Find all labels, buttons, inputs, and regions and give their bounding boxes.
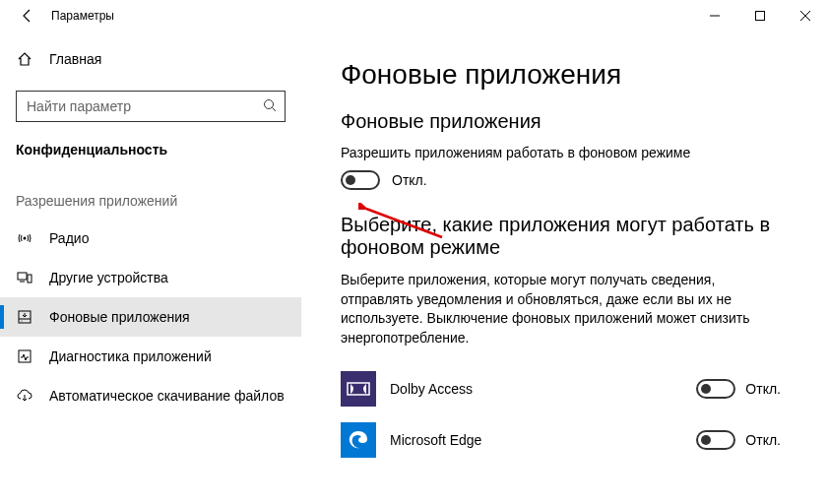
devices-icon: [16, 269, 33, 286]
app-toggle-state: Откл.: [745, 381, 781, 397]
page-title: Фоновые приложения: [341, 59, 789, 91]
section-title-2: Выберите, какие приложения могут работат…: [341, 214, 774, 259]
app-toggle-state: Откл.: [745, 432, 781, 448]
search-icon: [263, 98, 277, 115]
cloud-download-icon: [16, 387, 33, 405]
toggle-knob: [701, 435, 711, 445]
sidebar-item-radio[interactable]: Радио: [0, 219, 301, 258]
app-row: Dolby Access Откл.: [341, 363, 789, 414]
sidebar: Главная Конфиденциальность Разрешения пр…: [0, 32, 301, 504]
home-icon: [16, 50, 33, 68]
sidebar-item-label: Другие устройства: [49, 270, 168, 285]
sidebar-item-app-diagnostics[interactable]: Диагностика приложений: [0, 337, 301, 376]
svg-point-12: [22, 321, 23, 322]
titlebar: Параметры: [0, 0, 828, 32]
svg-rect-8: [28, 275, 32, 283]
background-apps-icon: [16, 308, 33, 326]
edge-icon: [341, 422, 376, 458]
dolby-icon: [341, 371, 376, 407]
app-row: Microsoft Edge Откл.: [341, 414, 789, 466]
section-title: Фоновые приложения: [341, 110, 789, 133]
minimize-button[interactable]: [692, 0, 737, 32]
app-name: Microsoft Edge: [390, 432, 682, 448]
section-description: Выберите приложения, которые могут получ…: [341, 271, 754, 347]
maximize-button[interactable]: [737, 0, 783, 32]
svg-point-4: [265, 99, 274, 108]
sidebar-item-label: Фоновые приложения: [49, 309, 190, 325]
allow-label: Разрешить приложениям работать в фоновом…: [341, 145, 789, 160]
content-area: Фоновые приложения Фоновые приложения Ра…: [301, 32, 828, 504]
home-nav[interactable]: Главная: [0, 39, 301, 79]
svg-point-6: [24, 237, 27, 240]
search-input[interactable]: [25, 97, 263, 115]
sidebar-item-label: Диагностика приложений: [49, 348, 212, 364]
sidebar-item-background-apps[interactable]: Фоновые приложения: [0, 297, 301, 337]
diagnostics-icon: [16, 347, 33, 365]
svg-line-5: [273, 107, 277, 111]
toggle-knob: [701, 384, 711, 394]
svg-rect-1: [756, 12, 765, 21]
close-button[interactable]: [783, 0, 828, 32]
app-toggle[interactable]: [696, 379, 735, 399]
sidebar-item-label: Радио: [49, 230, 89, 246]
search-box[interactable]: [16, 91, 286, 122]
svg-rect-7: [18, 273, 27, 280]
master-toggle-state: Откл.: [392, 172, 427, 188]
home-label: Главная: [49, 51, 101, 67]
toggle-knob: [346, 175, 355, 185]
back-button[interactable]: [8, 8, 47, 24]
window-title: Параметры: [51, 9, 114, 23]
radio-icon: [16, 229, 33, 247]
sidebar-item-other-devices[interactable]: Другие устройства: [0, 258, 301, 297]
sidebar-item-auto-downloads[interactable]: Автоматическое скачивание файлов: [0, 376, 301, 415]
app-name: Dolby Access: [390, 381, 682, 397]
category-title: Конфиденциальность: [0, 122, 301, 165]
window-controls: [692, 0, 828, 32]
app-toggle[interactable]: [696, 430, 735, 450]
sidebar-item-label: Автоматическое скачивание файлов: [49, 388, 285, 404]
master-toggle[interactable]: [341, 170, 380, 190]
group-title: Разрешения приложений: [0, 165, 301, 219]
